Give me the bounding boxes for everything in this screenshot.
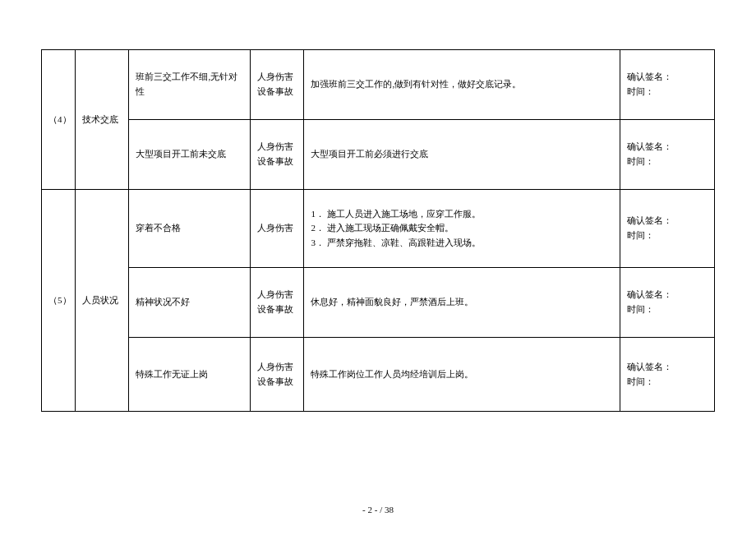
hazard-cell: 人身伤害 设备事故 <box>250 50 304 120</box>
measure-cell: 特殊工作岗位工作人员均经培训后上岗。 <box>304 338 620 412</box>
measure-cell: 加强班前三交工作的,做到有针对性，做好交底记录。 <box>304 50 620 120</box>
sign-cell: 确认签名： 时间： <box>620 120 715 190</box>
table-row: 精神状况不好 人身伤害 设备事故 休息好，精神面貌良好，严禁酒后上班。 确认签名… <box>42 268 715 338</box>
page-number: - 2 - / 38 <box>0 505 756 514</box>
issue-cell: 大型项目开工前未交底 <box>129 120 250 190</box>
row-category: 技术交底 <box>75 50 129 190</box>
issue-cell: 精神状况不好 <box>129 268 250 338</box>
sign-cell: 确认签名： 时间： <box>620 190 715 268</box>
safety-table: （4） 技术交底 班前三交工作不细,无针对性 人身伤害 设备事故 加强班前三交工… <box>41 49 715 412</box>
issue-cell: 穿着不合格 <box>129 190 250 268</box>
row-number: （5） <box>42 190 76 412</box>
sign-cell: 确认签名： 时间： <box>620 338 715 412</box>
table-row: 特殊工作无证上岗 人身伤害 设备事故 特殊工作岗位工作人员均经培训后上岗。 确认… <box>42 338 715 412</box>
sign-cell: 确认签名： 时间： <box>620 50 715 120</box>
row-category: 人员状况 <box>75 190 129 412</box>
measure-item: 1． 施工人员进入施工场地，应穿工作服。 <box>311 207 613 222</box>
hazard-cell: 人身伤害 设备事故 <box>250 268 304 338</box>
page-sep: / <box>377 505 385 514</box>
hazard-cell: 人身伤害 <box>250 190 304 268</box>
measure-cell: 1． 施工人员进入施工场地，应穿工作服。 2． 进入施工现场正确佩戴安全帽。 3… <box>304 190 620 268</box>
hazard-cell: 人身伤害 设备事故 <box>250 120 304 190</box>
measure-cell: 大型项目开工前必须进行交底 <box>304 120 620 190</box>
hazard-cell: 人身伤害 设备事故 <box>250 338 304 412</box>
issue-cell: 特殊工作无证上岗 <box>129 338 250 412</box>
page-total: 38 <box>385 505 394 514</box>
table-row: 大型项目开工前未交底 人身伤害 设备事故 大型项目开工前必须进行交底 确认签名：… <box>42 120 715 190</box>
measure-item: 2． 进入施工现场正确佩戴安全帽。 <box>311 221 613 236</box>
page-current: - 2 - <box>362 505 377 514</box>
measure-item: 3． 严禁穿拖鞋、凉鞋、高跟鞋进入现场。 <box>311 236 613 251</box>
table-row: （4） 技术交底 班前三交工作不细,无针对性 人身伤害 设备事故 加强班前三交工… <box>42 50 715 120</box>
sign-cell: 确认签名： 时间： <box>620 268 715 338</box>
measure-cell: 休息好，精神面貌良好，严禁酒后上班。 <box>304 268 620 338</box>
row-number: （4） <box>42 50 76 190</box>
table-row: （5） 人员状况 穿着不合格 人身伤害 1． 施工人员进入施工场地，应穿工作服。… <box>42 190 715 268</box>
issue-cell: 班前三交工作不细,无针对性 <box>129 50 250 120</box>
